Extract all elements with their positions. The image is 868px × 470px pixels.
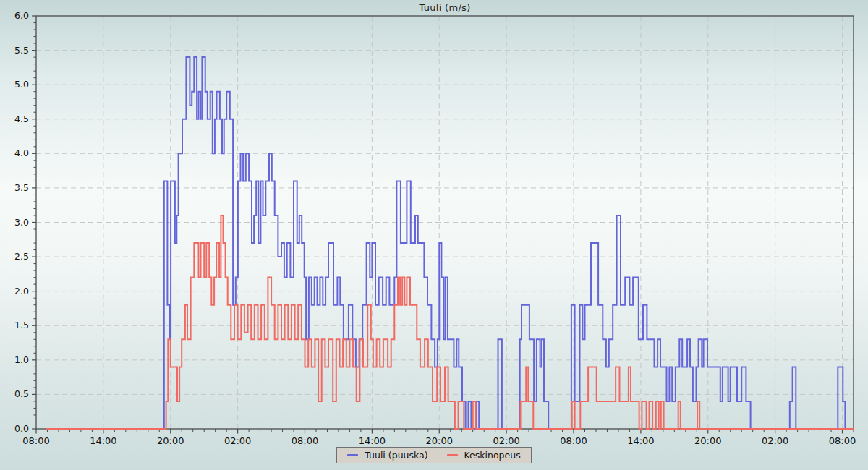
x-tick-label: 14:00 [90, 435, 116, 446]
legend-item-gust: Tuuli (puuska) [347, 450, 427, 461]
y-tick-label: 3.0 [14, 217, 29, 228]
x-tick-label: 02:00 [224, 435, 251, 446]
y-tick-label: 0.5 [14, 388, 29, 399]
y-tick-label: 4.0 [14, 148, 29, 158]
y-tick-label: 0.0 [14, 423, 29, 434]
x-tick-label: 08:00 [22, 435, 49, 446]
y-tick-label: 3.5 [14, 182, 29, 193]
chart-legend: Tuuli (puuska) Keskinopeus [0, 447, 868, 463]
y-tick-label: 1.5 [14, 320, 29, 330]
y-tick-label: 4.5 [14, 114, 29, 124]
x-tick-label: 02:00 [493, 435, 519, 446]
x-tick-label: 08:00 [560, 435, 587, 446]
y-tick-label: 5.5 [14, 45, 29, 56]
x-tick-label: 02:00 [762, 435, 788, 446]
x-tick-label: 20:00 [694, 435, 721, 446]
legend-item-average: Keskinopeus [447, 450, 521, 461]
gust-line-icon [347, 454, 358, 456]
y-tick-label: 6.0 [14, 10, 29, 21]
y-tick-label: 2.5 [14, 251, 29, 262]
y-tick-label: 1.0 [14, 354, 29, 365]
legend-box: Tuuli (puuska) Keskinopeus [336, 447, 531, 463]
chart-plot-svg: 0.00.51.01.52.02.53.03.54.04.55.05.56.00… [0, 0, 868, 470]
y-tick-label: 2.0 [14, 286, 29, 296]
x-tick-label: 20:00 [157, 435, 184, 446]
gust-series-line [46, 57, 854, 429]
y-tick-label: 5.0 [14, 79, 29, 90]
x-tick-label: 14:00 [627, 435, 654, 446]
x-tick-label: 08:00 [292, 435, 318, 446]
x-tick-label: 14:00 [359, 435, 386, 446]
legend-label-gust: Tuuli (puuska) [365, 450, 427, 461]
x-tick-label: 08:00 [829, 435, 856, 446]
x-tick-label: 20:00 [426, 435, 453, 446]
legend-label-average: Keskinopeus [464, 450, 521, 461]
wind-chart: Tuuli (m/s) 0.00.51.01.52.02.53.03.54.04… [0, 0, 868, 470]
average-line-icon [447, 454, 458, 456]
